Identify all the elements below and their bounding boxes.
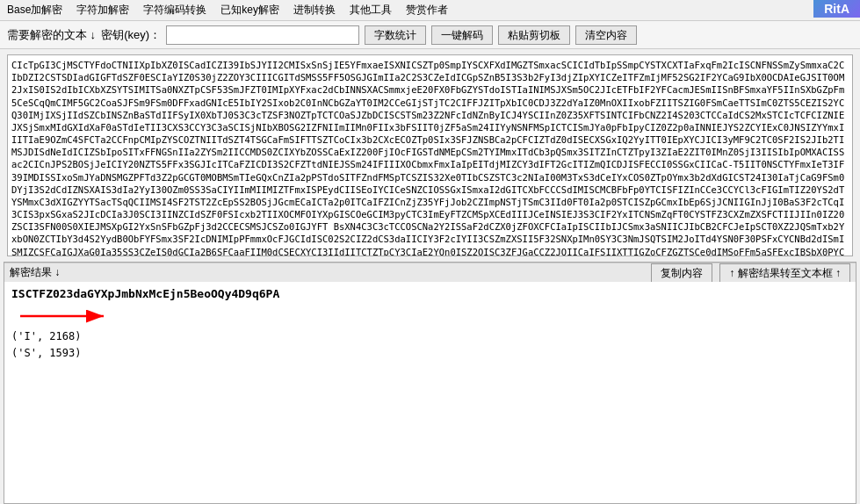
app-title: RitA	[813, 0, 860, 18]
menu-key-decrypt[interactable]: 已知key解密	[217, 2, 283, 18]
app-window: Base加解密 字符加解密 字符编码转换 已知key解密 进制转换 其他工具 赞…	[0, 0, 860, 504]
one-click-decode-button[interactable]: 一键解码	[431, 25, 493, 45]
red-arrow-icon	[11, 306, 117, 327]
key-label: 密钥(key)：	[101, 27, 161, 43]
decrypt-label: 需要解密的文本 ↓	[7, 27, 96, 43]
copy-button[interactable]: 复制内容	[651, 263, 712, 283]
ciphertext-input[interactable]	[7, 54, 853, 256]
menu-donate[interactable]: 赞赏作者	[402, 2, 452, 18]
menu-bar: Base加解密 字符加解密 字符编码转换 已知key解密 进制转换 其他工具 赞…	[0, 0, 860, 21]
menu-char-encrypt[interactable]: 字符加解密	[73, 2, 133, 18]
clear-button[interactable]: 清空内容	[575, 25, 637, 45]
toolbar: 需要解密的文本 ↓ 密钥(key)： 字数统计 一键解码 粘贴剪切板 清空内容	[0, 21, 860, 49]
result-to-textbox-button[interactable]: ↑ 解密结果转至文本框 ↑	[719, 263, 850, 283]
result-label: 解密结果 ↓	[10, 265, 60, 280]
menu-char-encode[interactable]: 字符编码转换	[140, 2, 210, 18]
key-input[interactable]	[166, 25, 359, 45]
paste-clipboard-button[interactable]: 粘贴剪切板	[498, 25, 570, 45]
menu-base[interactable]: Base加解密	[4, 2, 66, 18]
result-line-3: ('S', 1593)	[11, 345, 849, 362]
result-header-bar: 解密结果 ↓ 复制内容 ↑ 解密结果转至文本框 ↑	[4, 263, 856, 282]
result-line-2: ('I', 2168)	[11, 328, 849, 345]
menu-other[interactable]: 其他工具	[346, 2, 395, 18]
word-count-button[interactable]: 字数统计	[365, 25, 426, 45]
menu-convert[interactable]: 进制转换	[290, 2, 339, 18]
result-content: ISCTFZ023daGYXpJmbNxMcEjn5BeoOQy4D9q6PA …	[4, 282, 856, 503]
result-line-1: ISCTFZ023daGYXpJmbNxMcEjn5BeoOQy4D9q6PA	[11, 285, 849, 304]
